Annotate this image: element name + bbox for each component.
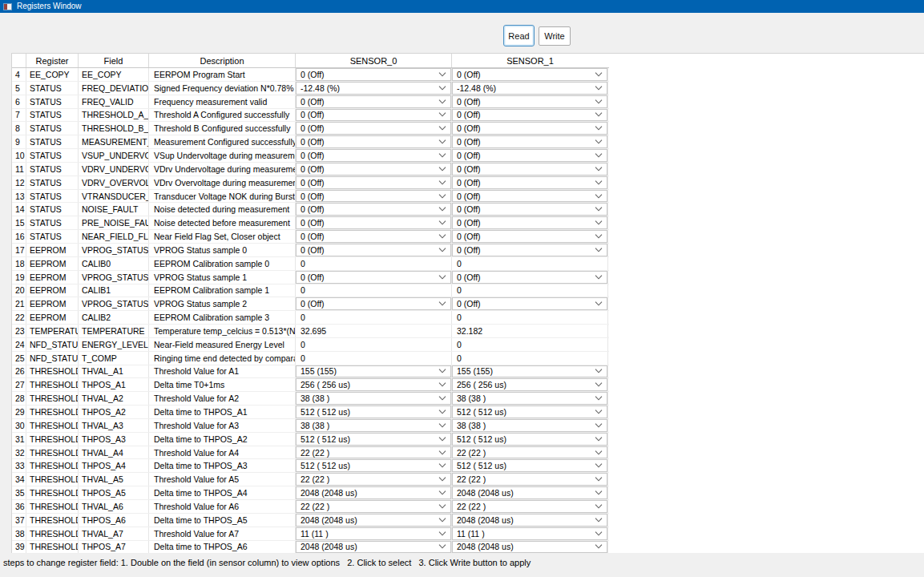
- sensor0-dropdown[interactable]: 0 (Off): [296, 68, 451, 81]
- sensor1-dropdown[interactable]: 22 (22 ): [452, 500, 607, 513]
- sensor1-value: 0: [452, 353, 462, 363]
- sensor1-dropdown[interactable]: 0 (Off): [452, 244, 607, 256]
- field-column-header[interactable]: Field: [79, 54, 149, 67]
- sensor0-dropdown[interactable]: 11 (11 ): [296, 527, 451, 540]
- sensor1-dropdown[interactable]: 0 (Off): [452, 68, 607, 81]
- sensor0-dropdown[interactable]: 2048 (2048 us): [296, 541, 451, 554]
- sensor1-dropdown[interactable]: 256 ( 256 us): [452, 378, 607, 391]
- sensor0-dropdown[interactable]: 22 (22 ): [296, 473, 451, 486]
- sensor0-column-header[interactable]: SENSOR_0: [296, 54, 452, 67]
- sensor0-dropdown[interactable]: 0 (Off): [296, 244, 451, 256]
- sensor0-dropdown[interactable]: 0 (Off): [296, 230, 451, 243]
- sensor1-dropdown[interactable]: 0 (Off): [452, 163, 607, 176]
- chevron-down-icon: [438, 207, 446, 212]
- row-number: 24: [12, 338, 26, 351]
- description-cell: Threshold Value for A5: [149, 473, 296, 486]
- sensor0-value: 38 (38 ): [297, 421, 438, 430]
- sensor1-dropdown[interactable]: 22 (22 ): [452, 473, 607, 486]
- sensor1-dropdown[interactable]: -12.48 (%): [452, 82, 607, 95]
- sensor1-dropdown[interactable]: 0 (Off): [452, 230, 607, 243]
- sensor0-dropdown[interactable]: 0 (Off): [296, 149, 451, 162]
- chevron-down-icon: [595, 248, 603, 252]
- chevron-down-icon: [438, 112, 446, 117]
- sensor1-dropdown[interactable]: 512 ( 512 us): [452, 433, 607, 446]
- sensor1-dropdown[interactable]: 0 (Off): [452, 190, 607, 203]
- sensor1-dropdown[interactable]: 38 (38 ): [452, 419, 607, 432]
- sensor1-dropdown[interactable]: 2048 (2048 us): [452, 514, 607, 527]
- registers-table: Register Field Description SENSOR_0 SENS…: [12, 54, 609, 554]
- sensor1-dropdown[interactable]: 512 ( 512 us): [452, 406, 607, 418]
- chevron-down-icon: [438, 234, 446, 239]
- sensor1-dropdown[interactable]: 38 (38 ): [452, 392, 607, 405]
- sensor0-dropdown[interactable]: 0 (Off): [296, 271, 451, 284]
- sensor1-dropdown[interactable]: 0 (Off): [452, 109, 607, 122]
- sensor1-dropdown[interactable]: 0 (Off): [452, 95, 607, 108]
- sensor1-value: 2048 (2048 us): [453, 515, 595, 525]
- sensor0-dropdown[interactable]: 22 (22 ): [296, 446, 451, 459]
- register-column-header[interactable]: Register: [26, 54, 79, 67]
- sensor1-value: 512 ( 512 us): [453, 407, 595, 417]
- chevron-down-icon: [438, 72, 446, 77]
- sensor0-dropdown[interactable]: 512 ( 512 us): [296, 406, 451, 418]
- sensor1-dropdown[interactable]: 2048 (2048 us): [452, 541, 607, 554]
- sensor0-dropdown[interactable]: 0 (Off): [296, 190, 451, 203]
- sensor1-dropdown[interactable]: 2048 (2048 us): [452, 486, 607, 499]
- sensor1-cell: 2048 (2048 us): [452, 541, 608, 554]
- chevron-down-icon: [438, 504, 446, 509]
- sensor1-value: 0 (Off): [453, 192, 595, 201]
- sensor0-dropdown[interactable]: 0 (Off): [296, 135, 451, 148]
- sensor1-dropdown[interactable]: 0 (Off): [452, 203, 607, 216]
- sensor0-cell: 11 (11 ): [296, 527, 452, 540]
- sensor0-dropdown[interactable]: 0 (Off): [296, 95, 451, 108]
- sensor1-dropdown[interactable]: 0 (Off): [452, 271, 607, 284]
- sensor0-dropdown[interactable]: 512 ( 512 us): [296, 433, 451, 446]
- description-column-header[interactable]: Description: [149, 54, 296, 67]
- sensor0-cell: 0 (Off): [296, 68, 452, 81]
- chevron-down-icon: [595, 531, 603, 536]
- sensor0-dropdown[interactable]: -12.48 (%): [296, 82, 451, 95]
- sensor1-dropdown[interactable]: 155 (155): [452, 365, 607, 378]
- sensor1-dropdown[interactable]: 0 (Off): [452, 122, 607, 135]
- sensor0-dropdown[interactable]: 22 (22 ): [296, 500, 451, 513]
- sensor0-dropdown[interactable]: 0 (Off): [296, 203, 451, 216]
- sensor0-value: 0: [296, 313, 305, 322]
- write-button[interactable]: Write: [539, 26, 571, 46]
- sensor1-column-header[interactable]: SENSOR_1: [452, 54, 608, 67]
- sensor0-dropdown[interactable]: 0 (Off): [296, 109, 451, 122]
- chevron-down-icon: [438, 423, 446, 428]
- sensor1-dropdown[interactable]: 0 (Off): [452, 135, 607, 148]
- sensor0-dropdown[interactable]: 0 (Off): [296, 176, 451, 189]
- sensor1-dropdown[interactable]: 0 (Off): [452, 176, 607, 189]
- sensor1-dropdown[interactable]: 0 (Off): [452, 216, 607, 229]
- sensor0-cell: 0 (Off): [296, 216, 452, 229]
- description-cell: Threshold B Configured successfully: [149, 122, 296, 135]
- sensor1-dropdown[interactable]: 22 (22 ): [452, 446, 607, 459]
- sensor0-dropdown[interactable]: 512 ( 512 us): [296, 459, 451, 472]
- sensor0-cell: 0: [296, 311, 452, 324]
- sensor0-dropdown[interactable]: 256 ( 256 us): [296, 378, 451, 391]
- sensor1-dropdown[interactable]: 512 ( 512 us): [452, 459, 607, 472]
- sensor0-dropdown[interactable]: 155 (155): [296, 365, 451, 378]
- chevron-down-icon: [595, 180, 603, 185]
- description-cell: Near Field Flag Set, Closer object: [149, 230, 296, 243]
- sensor0-dropdown[interactable]: 0 (Off): [296, 163, 451, 176]
- sensor1-dropdown[interactable]: 11 (11 ): [452, 527, 607, 540]
- sensor1-dropdown[interactable]: 0 (Off): [452, 297, 607, 310]
- chevron-down-icon: [595, 167, 603, 171]
- sensor0-dropdown[interactable]: 0 (Off): [296, 297, 451, 310]
- field-cell: THVAL_A4: [79, 446, 149, 459]
- register-cell: THRESHOLD_A: [26, 514, 79, 527]
- sensor1-dropdown[interactable]: 0 (Off): [452, 149, 607, 162]
- read-button[interactable]: Read: [503, 25, 535, 46]
- table-row: 32THRESHOLD_ATHVAL_A4Threshold Value for…: [12, 446, 609, 460]
- sensor0-dropdown[interactable]: 38 (38 ): [296, 419, 451, 432]
- sensor0-dropdown[interactable]: 0 (Off): [296, 122, 451, 135]
- sensor1-cell: 0 (Off): [452, 244, 608, 256]
- chevron-down-icon: [438, 490, 446, 495]
- sensor0-dropdown[interactable]: 2048 (2048 us): [296, 486, 451, 499]
- sensor0-dropdown[interactable]: 38 (38 ): [296, 392, 451, 405]
- sensor0-dropdown[interactable]: 0 (Off): [296, 216, 451, 229]
- field-cell: ENERGY_LEVEL: [79, 338, 149, 351]
- sensor0-dropdown[interactable]: 2048 (2048 us): [296, 514, 451, 527]
- register-cell: STATUS: [26, 95, 79, 108]
